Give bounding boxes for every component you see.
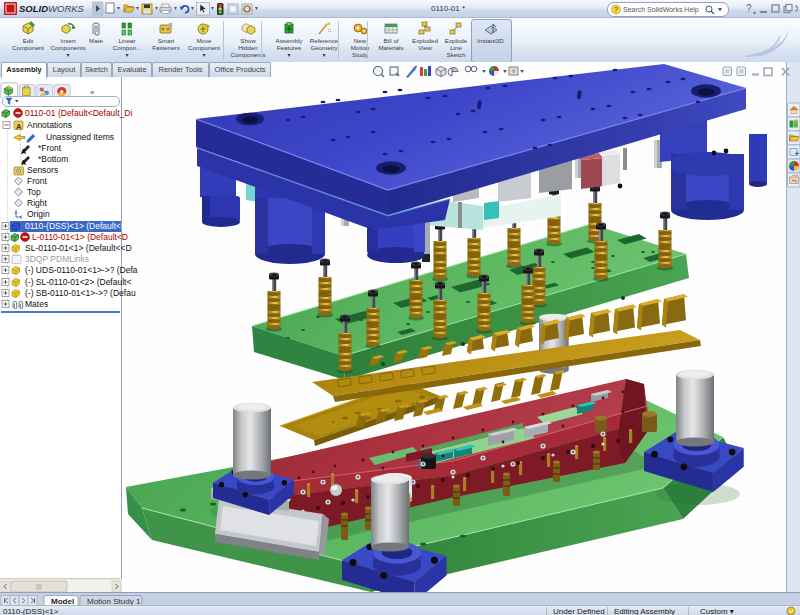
svg-text:?: ?: [614, 6, 618, 13]
svg-text:SOLIDWORKS: SOLIDWORKS: [19, 3, 85, 14]
svg-text:?: ?: [746, 3, 752, 14]
svg-text:Search SolidWorks Help: Search SolidWorks Help: [623, 6, 699, 14]
